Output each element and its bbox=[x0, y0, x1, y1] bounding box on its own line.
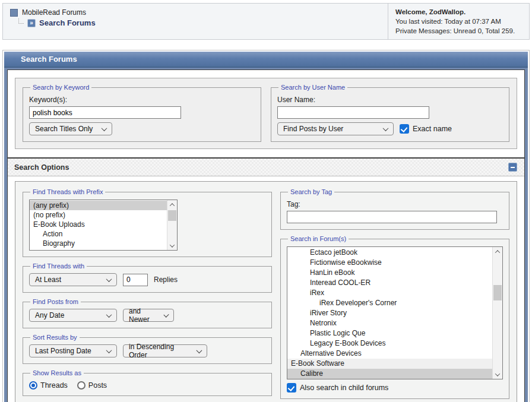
chevron-down-icon bbox=[106, 312, 112, 318]
list-item[interactable]: Netronix bbox=[287, 318, 492, 328]
username-mode-select[interactable]: Find Posts by User bbox=[277, 122, 394, 135]
sort-field-select[interactable]: Last Posting Date bbox=[29, 344, 117, 357]
child-forums-checkbox[interactable] bbox=[287, 383, 296, 392]
scrollbar-thumb[interactable] bbox=[168, 210, 176, 221]
panel-content: Search by Keyword Keyword(s): Search Tit… bbox=[7, 69, 525, 402]
chevron-down-icon bbox=[102, 125, 107, 131]
replies-operator-select[interactable]: At Least bbox=[29, 273, 117, 286]
breadcrumb-current: Search Forums bbox=[39, 18, 96, 27]
search-options-body: Find Threads with Prefix (any prefix)(no… bbox=[15, 181, 517, 402]
welcome-text: Welcome, ZodWallop. bbox=[395, 7, 522, 17]
scrollbar-thumb[interactable] bbox=[493, 285, 502, 300]
options-left-column: Find Threads with Prefix (any prefix)(no… bbox=[23, 188, 272, 396]
forums-listbox[interactable]: Ectaco jetBookFictionwise eBookwiseHanLi… bbox=[287, 246, 503, 379]
tag-label: Tag: bbox=[287, 200, 503, 208]
panel-blue-surround: Search by Keyword Keyword(s): Search Tit… bbox=[4, 68, 528, 402]
list-item[interactable]: Alternative Devices bbox=[287, 349, 492, 359]
forums-fieldset: Search in Forum(s) Ectaco jetBookFiction… bbox=[280, 235, 509, 399]
username-label: User Name: bbox=[277, 96, 503, 104]
list-item[interactable]: Plastic Logic Que bbox=[287, 328, 492, 338]
private-messages-text[interactable]: Private Messages: Unread 0, Total 259. bbox=[395, 26, 522, 36]
search-options-header: Search Options bbox=[8, 157, 524, 176]
list-item[interactable]: iRex Developer's Corner bbox=[287, 298, 492, 308]
chevron-down-icon bbox=[106, 276, 112, 282]
scroll-up-icon[interactable] bbox=[167, 200, 177, 209]
list-item[interactable]: iRex bbox=[287, 288, 492, 298]
breadcrumb-root-link[interactable]: MobileRead Forums bbox=[22, 8, 86, 17]
prefix-fieldset: Find Threads with Prefix (any prefix)(no… bbox=[23, 188, 272, 257]
page-title: Search Forums bbox=[4, 52, 528, 68]
tag-fieldset: Search by Tag Tag: bbox=[280, 188, 509, 230]
list-item[interactable]: Calibre bbox=[287, 369, 492, 379]
scroll-down-icon[interactable] bbox=[493, 370, 502, 379]
prefix-listbox[interactable]: (any prefix)(no prefix)E-Book UploadsAct… bbox=[29, 200, 178, 251]
replies-fieldset: Find Threads with At Least Replies bbox=[23, 262, 272, 293]
username-legend: Search by User Name bbox=[278, 84, 347, 91]
last-visited-text: You last visited: Today at 07:37 AM bbox=[395, 17, 522, 26]
list-item[interactable]: Ectaco jetBook bbox=[287, 248, 492, 258]
search-by-keyword-fieldset: Search by Keyword Keyword(s): Search Tit… bbox=[23, 84, 261, 142]
radio-label: Posts bbox=[88, 381, 107, 390]
tree-elbow-icon bbox=[18, 18, 24, 24]
date-fieldset: Find Posts from Any Date and Newer bbox=[23, 298, 272, 328]
list-item[interactable]: iRiver Story bbox=[287, 308, 492, 318]
date-direction-select[interactable]: and Newer bbox=[123, 309, 174, 322]
forums-scrollbar[interactable] bbox=[492, 247, 502, 379]
child-forums-label: Also search in child forums bbox=[300, 384, 388, 392]
date-select[interactable]: Any Date bbox=[29, 309, 117, 322]
show-results-fieldset: Show Results as ThreadsPosts bbox=[23, 369, 272, 396]
options-right-column: Search by Tag Tag: Search in Forum(s) Ec… bbox=[280, 188, 509, 399]
list-item[interactable]: HanLin eBook bbox=[287, 268, 492, 278]
radio-label: Threads bbox=[40, 381, 68, 390]
chevron-down-icon bbox=[383, 125, 389, 131]
list-item[interactable]: Interead COOL-ER bbox=[287, 278, 492, 288]
username-input[interactable] bbox=[277, 106, 429, 119]
exact-name-label: Exact name bbox=[413, 125, 452, 133]
exact-name-checkbox[interactable] bbox=[400, 124, 409, 134]
list-item[interactable]: E-Book Software bbox=[287, 359, 492, 369]
user-info-panel: Welcome, ZodWallop. You last visited: To… bbox=[388, 4, 529, 39]
top-search-group: Search by Keyword Keyword(s): Search Tit… bbox=[15, 78, 517, 149]
show-results-options: ThreadsPosts bbox=[29, 381, 265, 390]
search-options-title: Search Options bbox=[14, 163, 69, 172]
keyword-input[interactable] bbox=[29, 106, 181, 119]
breadcrumb-arrow-icon: » bbox=[27, 19, 36, 27]
list-item[interactable]: Legacy E-Book Devices bbox=[287, 338, 492, 349]
forum-home-icon bbox=[10, 9, 18, 17]
sort-order-select[interactable]: in Descending Order bbox=[123, 344, 207, 357]
search-by-username-fieldset: Search by User Name User Name: Find Post… bbox=[271, 84, 509, 142]
search-forums-panel: Search Forums Search by Keyword Keyword(… bbox=[2, 50, 530, 402]
list-item[interactable]: Biography bbox=[30, 239, 167, 248]
scroll-down-icon[interactable] bbox=[167, 241, 177, 250]
top-header-strip: MobileRead Forums » Search Forums Welcom… bbox=[2, 3, 530, 40]
keyword-legend: Search by Keyword bbox=[30, 84, 91, 91]
breadcrumb: MobileRead Forums » Search Forums bbox=[3, 4, 102, 39]
keyword-scope-select[interactable]: Search Titles Only bbox=[29, 122, 112, 135]
chevron-down-icon bbox=[106, 347, 112, 353]
radio-posts[interactable] bbox=[77, 381, 86, 390]
list-item[interactable]: E-Book Uploads bbox=[30, 220, 167, 229]
collapse-icon[interactable] bbox=[508, 163, 517, 172]
tag-input[interactable] bbox=[287, 211, 497, 223]
chevron-down-icon bbox=[197, 347, 202, 353]
list-item[interactable]: (any prefix) bbox=[30, 201, 167, 210]
list-item[interactable]: Fictionwise eBookwise bbox=[287, 258, 492, 268]
list-item[interactable]: Action bbox=[30, 229, 167, 239]
replies-count-input[interactable] bbox=[123, 274, 148, 286]
list-item[interactable]: (no prefix) bbox=[30, 210, 167, 220]
list-item[interactable]: Children bbox=[30, 248, 167, 250]
scroll-up-icon[interactable] bbox=[493, 247, 502, 256]
replies-suffix-label: Replies bbox=[154, 276, 178, 284]
keyword-label: Keyword(s): bbox=[29, 96, 255, 104]
radio-threads[interactable] bbox=[29, 381, 37, 390]
prefix-scrollbar[interactable] bbox=[167, 200, 177, 250]
chevron-down-icon bbox=[163, 312, 169, 317]
sort-fieldset: Sort Results by Last Posting Date in Des… bbox=[23, 334, 272, 364]
